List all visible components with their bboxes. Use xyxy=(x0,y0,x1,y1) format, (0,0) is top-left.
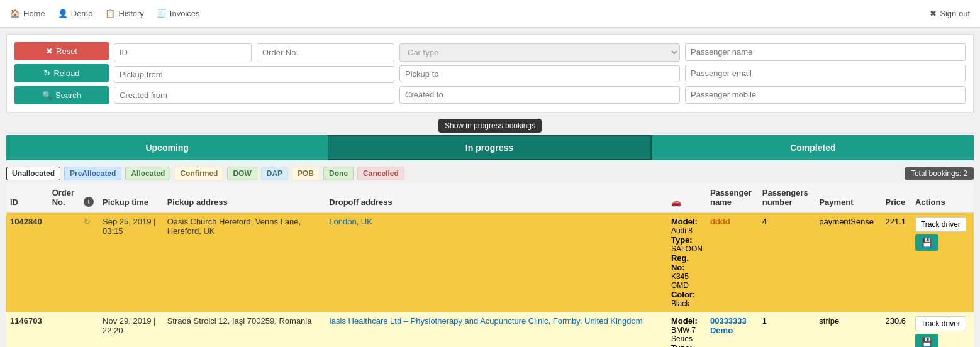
signout-icon: ✖ xyxy=(930,9,937,18)
pickup-address: Strada Stroici 12, Iași 700259, Romania xyxy=(164,312,326,348)
pickup-time: Sep 25, 2019 |03:15 xyxy=(99,212,164,312)
pickup-address: Oasis Church Hereford, Venns Lane,Herefo… xyxy=(164,212,326,312)
table-row: 1042840 ↻ Sep 25, 2019 |03:15 Oasis Chur… xyxy=(6,212,974,312)
badge-cancelled[interactable]: Cancelled xyxy=(357,167,404,180)
passengers-number: 4 xyxy=(759,212,816,312)
demo-icon: 👤 xyxy=(58,9,68,18)
th-passenger-name: Passengername xyxy=(706,183,759,212)
dropoff-address: London, UK xyxy=(325,212,667,312)
save-button[interactable]: 💾 xyxy=(915,334,938,347)
th-pickup-address: Pickup address xyxy=(164,183,326,212)
invoices-icon: 🧾 xyxy=(157,9,167,18)
pickup-to-input[interactable] xyxy=(399,65,680,83)
dropoff-address: Iasis Healthcare Ltd – Physiotherapy and… xyxy=(325,312,667,348)
filter-col-mid: Car type xyxy=(399,43,680,104)
passengers-number: 1 xyxy=(759,312,816,348)
home-icon: 🏠 xyxy=(10,9,20,18)
passenger-name: 00333333Demo xyxy=(706,312,759,348)
actions: Track driver 💾 xyxy=(911,212,974,312)
tabs: Upcoming In progress Completed xyxy=(6,135,974,160)
bookings-table: ID OrderNo. i Pickup time Pickup address… xyxy=(6,183,974,347)
created-to-input[interactable] xyxy=(399,86,680,104)
nav-invoices[interactable]: 🧾 Invoices xyxy=(157,9,200,18)
badge-done[interactable]: Done xyxy=(323,167,354,180)
table-wrap: ID OrderNo. i Pickup time Pickup address… xyxy=(6,183,974,347)
booking-id: 1146703 xyxy=(6,312,48,348)
badge-unallocated[interactable]: Unallocated xyxy=(6,167,60,180)
reset-icon: ✖ xyxy=(46,47,53,56)
tab-completed[interactable]: Completed xyxy=(652,135,974,160)
search-button[interactable]: 🔍 Search xyxy=(14,86,109,104)
car-type-select[interactable]: Car type xyxy=(399,43,680,62)
navbar: 🏠 Home 👤 Demo 📋 History 🧾 Invoices ✖ Sig… xyxy=(0,0,980,28)
passenger-name-input[interactable] xyxy=(685,43,966,61)
passenger-mobile-input[interactable] xyxy=(685,86,966,104)
badge-allocated[interactable]: Allocated xyxy=(125,167,170,180)
th-actions: Actions xyxy=(911,183,974,212)
pickup-time: Nov 29, 2019 |22:20 xyxy=(99,312,164,348)
total-bookings: Total bookings: 2 xyxy=(905,167,974,180)
price: 221.1 xyxy=(882,212,911,312)
price: 230.6 xyxy=(882,312,911,348)
booking-id: 1042840 xyxy=(6,212,48,312)
th-info: i xyxy=(80,183,99,212)
reset-button[interactable]: ✖ Reset xyxy=(14,42,109,60)
table-row: 1146703 Nov 29, 2019 |22:20 Strada Stroi… xyxy=(6,312,974,348)
passenger-email-input[interactable] xyxy=(685,65,966,82)
id-input[interactable] xyxy=(114,43,252,62)
nav-home[interactable]: 🏠 Home xyxy=(10,9,45,18)
refresh-icon[interactable]: ↻ xyxy=(84,217,91,226)
th-id: ID xyxy=(6,183,48,212)
tab-tooltip: Show in progress bookings xyxy=(438,119,542,133)
badge-row: Unallocated PreAllocated Allocated Confi… xyxy=(6,167,974,180)
order-no-input[interactable] xyxy=(257,43,394,62)
th-order-no: OrderNo. xyxy=(48,183,81,212)
track-driver-button[interactable]: Track driver xyxy=(915,217,966,232)
track-driver-button[interactable]: Track driver xyxy=(915,316,966,331)
th-passengers-number: Passengersnumber xyxy=(759,183,816,212)
filter-panel: ✖ Reset ↻ Reload 🔍 Search xyxy=(6,34,974,113)
badge-preallocated[interactable]: PreAllocated xyxy=(64,167,121,180)
nav-demo[interactable]: 👤 Demo xyxy=(58,9,93,18)
payment: stripe xyxy=(815,312,881,348)
th-dropoff-address: Dropoff address xyxy=(325,183,667,212)
save-button[interactable]: 💾 xyxy=(915,234,938,251)
th-payment: Payment xyxy=(815,183,881,212)
created-from-input[interactable] xyxy=(114,87,394,104)
signout-button[interactable]: ✖ Sign out xyxy=(930,9,970,18)
nav-history[interactable]: 📋 History xyxy=(105,9,143,18)
filter-col-left xyxy=(114,43,394,104)
tab-upcoming[interactable]: Upcoming xyxy=(6,135,328,160)
payment: paymentSense xyxy=(815,212,881,312)
reload-button[interactable]: ↻ Reload xyxy=(14,64,109,82)
passenger-name: dddd xyxy=(706,212,759,312)
order-no xyxy=(48,312,81,348)
filter-col-right xyxy=(685,43,966,104)
badge-dow[interactable]: DOW xyxy=(227,167,257,180)
th-car-icon: 🚗 xyxy=(667,183,706,212)
tab-inprogress[interactable]: In progress xyxy=(328,135,651,160)
order-no xyxy=(48,212,81,312)
search-icon: 🔍 xyxy=(42,91,52,100)
th-price: Price xyxy=(882,183,911,212)
filter-buttons: ✖ Reset ↻ Reload 🔍 Search xyxy=(14,42,109,104)
info-icon[interactable]: i xyxy=(84,197,94,207)
car-details: Model: Audi 8 Type: SALOON Reg. No: K345… xyxy=(667,212,706,312)
badge-dap[interactable]: DAP xyxy=(261,167,288,180)
reload-icon: ↻ xyxy=(43,69,50,78)
actions: Track driver 💾 xyxy=(911,312,974,348)
badge-confirmed[interactable]: Confirmed xyxy=(174,167,223,180)
pickup-from-input[interactable] xyxy=(114,66,394,83)
badge-pob[interactable]: POB xyxy=(292,167,320,180)
refresh-cell xyxy=(80,312,99,348)
history-icon: 📋 xyxy=(105,9,115,18)
tab-area: Show in progress bookings Upcoming In pr… xyxy=(6,119,974,160)
car-details: Model: BMW 7 Series Type: SALOON Reg. No… xyxy=(667,312,706,348)
filter-inputs: Car type xyxy=(114,43,966,104)
th-pickup-time: Pickup time xyxy=(99,183,164,212)
refresh-cell: ↻ xyxy=(80,212,99,312)
